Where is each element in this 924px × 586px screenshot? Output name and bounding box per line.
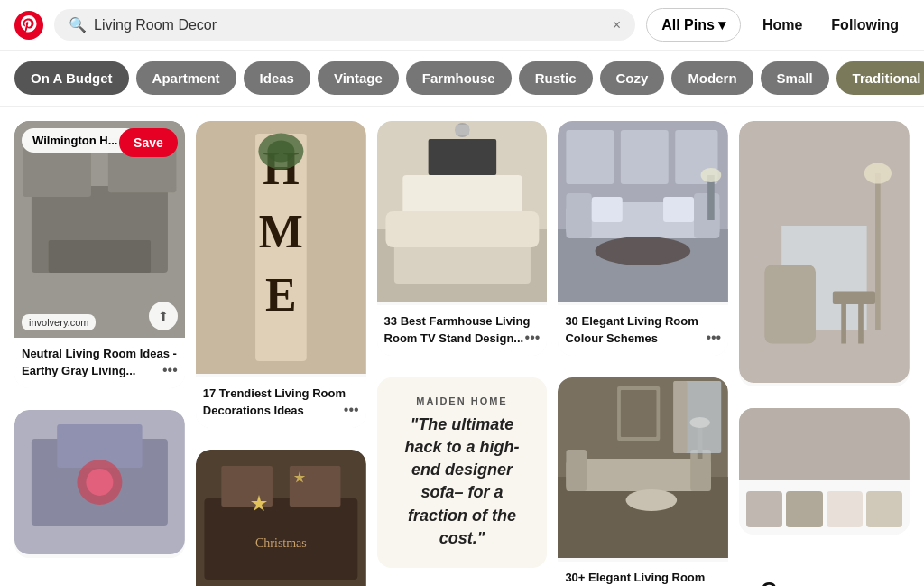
svg-rect-59 bbox=[875, 173, 881, 330]
svg-rect-2 bbox=[49, 240, 151, 273]
svg-rect-56 bbox=[674, 381, 688, 453]
pin-title: Neutral Living Room Ideas - Earthy Gray … bbox=[22, 347, 177, 377]
color-swatches bbox=[739, 484, 910, 535]
filter-chip-ideas[interactable]: Ideas bbox=[244, 61, 310, 95]
svg-rect-38 bbox=[663, 197, 694, 222]
pin-info: 30+ Elegant Living Room Colour Schemes I… bbox=[558, 562, 728, 586]
svg-text:E: E bbox=[265, 269, 297, 321]
maiden-home-quote: "The ultimate hack to a high-end designe… bbox=[395, 414, 530, 550]
svg-point-50 bbox=[626, 489, 678, 511]
search-input[interactable] bbox=[94, 17, 605, 33]
chevron-down-icon: ▾ bbox=[718, 16, 725, 33]
filter-chip-vintage[interactable]: Vintage bbox=[318, 61, 399, 95]
svg-rect-48 bbox=[567, 450, 587, 491]
top-nav: Home Following bbox=[752, 10, 910, 41]
filter-chip-traditional[interactable]: Traditional bbox=[836, 61, 924, 95]
svg-rect-20 bbox=[290, 466, 341, 507]
pin-card[interactable]: H M E 17 Trendiest Living Room Decoratio… bbox=[196, 121, 366, 428]
svg-rect-35 bbox=[567, 193, 592, 238]
pin-title: 30+ Elegant Living Room Colour Schemes I… bbox=[565, 571, 705, 586]
pin-source: involvery.com bbox=[22, 314, 96, 330]
filter-chip-small[interactable]: Small bbox=[761, 61, 829, 95]
svg-point-44 bbox=[701, 168, 722, 182]
svg-rect-19 bbox=[221, 466, 273, 507]
svg-rect-40 bbox=[567, 130, 614, 184]
pin-title: 30 Elegant Living Room Colour Schemes bbox=[565, 314, 698, 345]
pin-card-cr-partial[interactable]: Cr The... bbox=[739, 556, 910, 586]
swatch bbox=[786, 491, 822, 527]
filter-chip-modern[interactable]: Modern bbox=[671, 61, 753, 95]
swatch bbox=[746, 491, 782, 527]
pin-card[interactable] bbox=[14, 410, 185, 558]
pin-save-button[interactable]: Save bbox=[119, 128, 178, 157]
pin-column-5: Cr The... bbox=[739, 121, 910, 586]
svg-rect-54 bbox=[621, 390, 657, 437]
svg-rect-47 bbox=[567, 459, 711, 491]
header: 🔍 × All Pins ▾ Home Following bbox=[0, 0, 924, 51]
svg-rect-31 bbox=[455, 125, 468, 135]
pin-card[interactable]: Wilmington H... ▾ Save involvery.com ⬆ N… bbox=[14, 121, 185, 388]
svg-text:M: M bbox=[259, 206, 303, 257]
search-icon: 🔍 bbox=[69, 16, 87, 33]
filter-chip-cozy[interactable]: Cozy bbox=[600, 61, 665, 95]
pin-column-3: 33 Best Farmhouse Living Room TV Stand D… bbox=[377, 121, 548, 586]
pin-column-1: Wilmington H... ▾ Save involvery.com ⬆ N… bbox=[14, 121, 185, 586]
pin-card[interactable]: 30+ Elegant Living Room Colour Schemes I… bbox=[558, 377, 728, 586]
pin-info: 33 Best Farmhouse Living Room TV Stand D… bbox=[377, 305, 548, 356]
svg-rect-66 bbox=[739, 408, 910, 480]
svg-rect-63 bbox=[841, 304, 846, 344]
pin-more-button[interactable]: ••• bbox=[162, 362, 178, 378]
svg-rect-28 bbox=[428, 139, 496, 175]
pin-card-partial[interactable] bbox=[739, 121, 910, 386]
pin-title: 33 Best Farmhouse Living Room TV Stand D… bbox=[384, 314, 531, 345]
filter-row: On A Budget Apartment Ideas Vintage Farm… bbox=[0, 51, 924, 107]
nav-following[interactable]: Following bbox=[820, 10, 910, 41]
filter-chip-apartment[interactable]: Apartment bbox=[136, 61, 236, 95]
pin-info: Neutral Living Room Ideas - Earthy Gray … bbox=[14, 338, 185, 388]
svg-point-16 bbox=[267, 141, 294, 163]
svg-rect-61 bbox=[765, 265, 817, 344]
svg-rect-62 bbox=[833, 292, 875, 305]
clear-search-button[interactable]: × bbox=[613, 17, 621, 33]
pin-card[interactable]: Christmas bbox=[196, 450, 366, 586]
filter-chip-rustic[interactable]: Rustic bbox=[519, 61, 593, 95]
pin-more-button[interactable]: ••• bbox=[525, 330, 541, 346]
swatch bbox=[866, 491, 902, 527]
pin-column-4: 30 Elegant Living Room Colour Schemes ••… bbox=[558, 121, 728, 586]
partial-brand-text: Cr bbox=[750, 567, 899, 586]
pin-card-maiden-home[interactable]: MAIDEN HOME "The ultimate hack to a high… bbox=[377, 377, 548, 568]
pin-info: 30 Elegant Living Room Colour Schemes ••… bbox=[558, 305, 728, 356]
svg-point-39 bbox=[596, 237, 691, 265]
all-pins-label: All Pins bbox=[661, 17, 715, 33]
svg-rect-64 bbox=[858, 304, 864, 344]
pin-column-2: H M E 17 Trendiest Living Room Decoratio… bbox=[196, 121, 366, 586]
svg-rect-41 bbox=[621, 130, 669, 184]
pin-card-swatches[interactable] bbox=[739, 408, 910, 535]
svg-rect-36 bbox=[694, 193, 719, 238]
filter-chip-farmhouse[interactable]: Farmhouse bbox=[406, 61, 512, 95]
pin-info: 17 Trendiest Living Room Decorations Ide… bbox=[196, 377, 366, 428]
all-pins-button[interactable]: All Pins ▾ bbox=[646, 8, 741, 42]
search-bar: 🔍 × bbox=[54, 9, 635, 41]
pin-upload-button[interactable]: ⬆ bbox=[149, 302, 178, 330]
nav-home[interactable]: Home bbox=[752, 10, 813, 41]
svg-rect-29 bbox=[385, 211, 539, 247]
svg-rect-37 bbox=[592, 197, 623, 222]
pin-card[interactable]: 30 Elegant Living Room Colour Schemes ••… bbox=[558, 121, 728, 356]
maiden-home-brand: MAIDEN HOME bbox=[416, 395, 507, 406]
svg-point-9 bbox=[86, 469, 113, 496]
pin-more-button[interactable]: ••• bbox=[344, 402, 359, 418]
swatch bbox=[827, 491, 863, 527]
svg-text:Christmas: Christmas bbox=[255, 536, 307, 550]
board-name: Wilmington H... bbox=[32, 134, 117, 147]
svg-point-60 bbox=[864, 163, 892, 183]
pinterest-logo[interactable] bbox=[14, 11, 43, 40]
pin-card[interactable]: 33 Best Farmhouse Living Room TV Stand D… bbox=[377, 121, 548, 356]
pin-more-button[interactable]: ••• bbox=[706, 330, 721, 346]
filter-chip-budget[interactable]: On A Budget bbox=[14, 61, 129, 95]
pin-grid: Wilmington H... ▾ Save involvery.com ⬆ N… bbox=[0, 107, 924, 586]
pin-title: 17 Trendiest Living Room Decorations Ide… bbox=[203, 386, 346, 417]
